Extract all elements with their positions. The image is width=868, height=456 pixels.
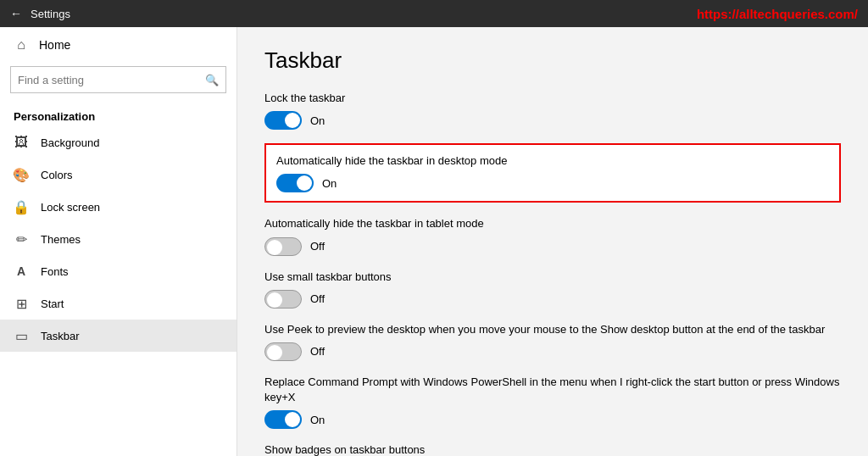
highlight-box-autohide-desktop: Automatically hide the taskbar in deskto…: [264, 143, 841, 203]
toggle-small-buttons[interactable]: [264, 290, 302, 309]
sidebar-home-label: Home: [39, 38, 70, 52]
section-title: Personalization: [0, 103, 236, 126]
colors-icon: 🎨: [14, 167, 29, 182]
sidebar-item-label: Lock screen: [41, 201, 100, 214]
toggle-thumb: [267, 292, 282, 308]
taskbar-icon: ▭: [14, 328, 29, 343]
sidebar-item-label: Colors: [41, 169, 73, 181]
toggle-peek-preview[interactable]: [264, 342, 302, 361]
sidebar-item-label: Themes: [41, 233, 81, 246]
setting-autohide-tablet: Automatically hide the taskbar in tablet…: [264, 216, 841, 255]
sidebar-item-fonts[interactable]: A Fonts: [0, 255, 236, 287]
setting-label-peek-preview: Use Peek to preview the desktop when you…: [264, 322, 841, 337]
setting-lock-taskbar: Lock the taskbar On: [264, 91, 841, 130]
sidebar-item-label: Taskbar: [41, 330, 80, 342]
sidebar-item-themes[interactable]: ✏ Themes: [0, 223, 236, 255]
toggle-state-lock-taskbar: On: [310, 114, 325, 127]
themes-icon: ✏: [14, 231, 29, 247]
setting-label-lock-taskbar: Lock the taskbar: [264, 91, 841, 106]
toggle-thumb: [285, 113, 300, 128]
search-icon: 🔍: [205, 74, 219, 86]
toggle-row-lock-taskbar: On: [264, 111, 841, 130]
setting-label-badges: Show badges on taskbar buttons: [264, 442, 841, 456]
fonts-icon: A: [14, 264, 29, 279]
toggle-thumb: [285, 412, 300, 427]
sidebar: ⌂ Home 🔍 Personalization 🖼 Background 🎨 …: [0, 27, 237, 456]
sidebar-item-background[interactable]: 🖼 Background: [0, 126, 236, 158]
setting-label-autohide-desktop: Automatically hide the taskbar in deskto…: [276, 153, 829, 169]
setting-label-small-buttons: Use small taskbar buttons: [264, 270, 841, 285]
toggle-state-powershell: On: [310, 414, 325, 426]
main-content: Taskbar Lock the taskbar On Automaticall…: [237, 27, 868, 456]
title-bar-title: Settings: [31, 8, 70, 20]
toggle-thumb: [297, 175, 312, 191]
toggle-thumb: [267, 240, 282, 255]
toggle-lock-taskbar[interactable]: [264, 111, 302, 130]
sidebar-item-start[interactable]: ⊞ Start: [0, 287, 236, 320]
setting-label-autohide-tablet: Automatically hide the taskbar in tablet…: [264, 216, 841, 231]
app-container: ⌂ Home 🔍 Personalization 🖼 Background 🎨 …: [0, 27, 868, 456]
toggle-autohide-desktop[interactable]: [276, 174, 314, 192]
toggle-powershell[interactable]: [264, 410, 302, 429]
toggle-thumb: [267, 345, 282, 360]
toggle-row-peek-preview: Off: [264, 342, 841, 361]
sidebar-item-label: Background: [41, 136, 99, 149]
lockscreen-icon: 🔒: [14, 199, 29, 214]
toggle-state-small-buttons: Off: [310, 292, 325, 305]
setting-label-powershell: Replace Command Prompt with Windows Powe…: [264, 375, 841, 405]
sidebar-item-label: Start: [41, 298, 64, 310]
toggle-state-autohide-desktop: On: [322, 177, 337, 190]
sidebar-item-lockscreen[interactable]: 🔒 Lock screen: [0, 191, 236, 223]
toggle-row-autohide-tablet: Off: [264, 237, 841, 256]
toggle-autohide-tablet[interactable]: [264, 237, 302, 256]
search-box: 🔍: [10, 66, 226, 93]
start-icon: ⊞: [14, 296, 29, 311]
url-watermark: https://alltechqueries.com/: [697, 7, 858, 21]
toggle-row-powershell: On: [264, 410, 841, 429]
toggle-row-autohide-desktop: On: [276, 174, 829, 192]
sidebar-item-taskbar[interactable]: ▭ Taskbar: [0, 320, 236, 352]
page-title: Taskbar: [264, 47, 841, 74]
sidebar-item-home[interactable]: ⌂ Home: [0, 27, 236, 63]
home-icon: ⌂: [14, 37, 29, 53]
toggle-state-autohide-tablet: Off: [310, 240, 325, 253]
toggle-state-peek-preview: Off: [310, 345, 325, 358]
search-input[interactable]: [18, 74, 205, 86]
setting-badges: Show badges on taskbar buttons On: [264, 442, 841, 456]
sidebar-item-colors[interactable]: 🎨 Colors: [0, 158, 236, 191]
background-icon: 🖼: [14, 135, 29, 150]
setting-small-buttons: Use small taskbar buttons Off: [264, 270, 841, 309]
sidebar-item-label: Fonts: [41, 265, 69, 278]
toggle-row-small-buttons: Off: [264, 290, 841, 309]
setting-powershell: Replace Command Prompt with Windows Powe…: [264, 375, 841, 429]
title-bar: ← Settings https://alltechqueries.com/: [0, 0, 868, 27]
back-button[interactable]: ←: [10, 7, 22, 20]
setting-peek-preview: Use Peek to preview the desktop when you…: [264, 322, 841, 361]
